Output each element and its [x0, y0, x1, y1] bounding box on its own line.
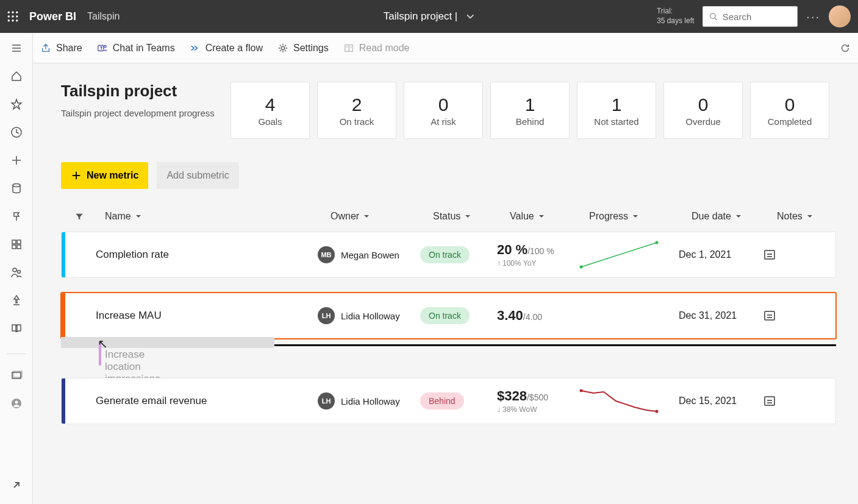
chevron-down-icon [363, 213, 370, 220]
nav-shared-icon[interactable] [10, 266, 23, 279]
nav-myworkspace-icon[interactable] [10, 397, 23, 410]
svg-rect-28 [98, 45, 104, 51]
metric-due: Dec 31, 2021 [679, 310, 764, 321]
metric-owner: MB Megan Bowen [318, 246, 420, 263]
col-name[interactable]: Name [105, 211, 331, 222]
svg-point-1 [12, 12, 13, 13]
nav-apps-icon[interactable] [10, 238, 23, 251]
svg-point-4 [12, 15, 13, 17]
notes-icon [764, 250, 775, 260]
svg-point-29 [104, 45, 106, 48]
settings-button[interactable]: Settings [277, 43, 329, 54]
create-flow-button[interactable]: Create a flow [190, 43, 263, 54]
add-submetric-button[interactable]: Add submetric [157, 162, 238, 189]
svg-point-40 [580, 389, 583, 392]
app-launcher-icon[interactable] [7, 11, 18, 22]
metric-due: Dec 15, 2021 [679, 396, 764, 406]
notes-icon [764, 396, 775, 406]
svg-rect-20 [12, 245, 16, 249]
metric-notes[interactable] [764, 396, 801, 406]
svg-point-27 [15, 401, 18, 404]
search-input[interactable] [702, 6, 798, 27]
stat-ontrack[interactable]: 2On track [317, 82, 396, 139]
nav-external-link-icon[interactable] [10, 478, 23, 492]
nav-menu-icon[interactable] [10, 41, 23, 55]
nav-deploy-icon[interactable] [10, 294, 23, 307]
nav-recent-icon[interactable] [10, 126, 23, 139]
new-metric-button[interactable]: New metric [61, 162, 148, 189]
refresh-icon [840, 43, 851, 54]
col-due[interactable]: Due date [692, 211, 777, 222]
read-mode-button[interactable]: Read mode [343, 43, 410, 54]
stat-completed[interactable]: 0Completed [750, 82, 829, 139]
workspace-label[interactable]: Tailspin [87, 11, 120, 22]
nav-goals-icon[interactable] [10, 210, 23, 223]
metric-notes[interactable] [764, 311, 801, 321]
svg-point-3 [8, 15, 10, 17]
nav-workspaces-icon[interactable] [10, 369, 23, 382]
chat-teams-button[interactable]: Chat in Teams [97, 43, 175, 54]
more-options-icon[interactable]: ··· [806, 10, 820, 24]
stat-atrisk[interactable]: 0At risk [404, 82, 483, 139]
svg-point-0 [8, 12, 10, 13]
metric-sparkline [576, 240, 679, 270]
svg-point-17 [13, 184, 20, 187]
svg-rect-21 [17, 245, 21, 249]
nav-favorites-icon[interactable] [10, 98, 23, 111]
svg-point-7 [12, 20, 13, 21]
col-owner[interactable]: Owner [331, 211, 433, 222]
metric-owner: LH Lidia Holloway [318, 392, 420, 410]
col-notes[interactable]: Notes [777, 211, 826, 222]
metric-row-email-revenue[interactable]: Generate email revenue LH Lidia Holloway… [61, 378, 836, 424]
share-button[interactable]: Share [40, 43, 82, 54]
col-progress[interactable]: Progress [589, 211, 692, 222]
search-field[interactable] [723, 12, 792, 22]
svg-point-22 [13, 268, 16, 272]
breadcrumb[interactable]: Tailspin project | [384, 10, 475, 23]
nav-home-icon[interactable] [10, 69, 23, 83]
nav-datasets-icon[interactable] [10, 182, 23, 195]
svg-rect-19 [17, 240, 21, 244]
metric-value: $328/$500 ↓38% WoW [497, 388, 576, 414]
svg-line-38 [581, 243, 657, 267]
breadcrumb-title: Tailspin project | [384, 10, 458, 23]
flow-icon [190, 43, 201, 54]
filter-icon[interactable] [76, 213, 105, 220]
svg-point-5 [16, 15, 18, 17]
svg-point-30 [281, 46, 284, 49]
metric-value: 3.40/4.00 [497, 308, 576, 324]
svg-point-8 [16, 20, 18, 21]
page-title: Tailspin project [61, 82, 218, 101]
metric-name: Increase MAU [65, 310, 318, 322]
search-icon [709, 12, 717, 21]
metric-name: Completion rate [65, 249, 318, 261]
chevron-down-icon [135, 213, 142, 220]
col-status[interactable]: Status [433, 211, 510, 222]
stat-behind[interactable]: 1Behind [490, 82, 570, 139]
metric-sparkline [576, 386, 679, 416]
stat-overdue[interactable]: 0Overdue [663, 82, 743, 139]
metric-row-increase-mau[interactable]: Increase MAU LH Lidia Holloway On track … [61, 293, 836, 339]
metric-notes[interactable] [764, 250, 801, 260]
chevron-down-icon[interactable] [466, 12, 474, 21]
nav-divider [7, 353, 26, 354]
command-bar: Share Chat in Teams Create a flow Settin… [33, 33, 858, 63]
metric-value: 20 %/100 % ↑100% YoY [497, 242, 576, 268]
stat-goals[interactable]: 4Goals [231, 82, 310, 139]
nav-create-icon[interactable] [10, 154, 23, 167]
drag-origin-placeholder [61, 337, 274, 348]
svg-line-10 [715, 18, 717, 20]
svg-rect-18 [12, 240, 16, 244]
refresh-button[interactable] [840, 43, 851, 54]
chevron-down-icon [538, 213, 545, 220]
trial-status: Trial: 35 days left [657, 7, 694, 26]
nav-learn-icon[interactable] [10, 322, 23, 335]
stat-notstarted[interactable]: 1Not started [577, 82, 656, 139]
chevron-down-icon [632, 213, 639, 220]
read-icon [343, 43, 354, 54]
chevron-down-icon [735, 213, 742, 220]
metric-row-completion-rate[interactable]: Completion rate MB Megan Bowen On track … [61, 232, 836, 278]
user-avatar[interactable] [829, 5, 851, 27]
col-value[interactable]: Value [510, 211, 589, 222]
arrow-up-icon: ↑ [497, 259, 501, 268]
